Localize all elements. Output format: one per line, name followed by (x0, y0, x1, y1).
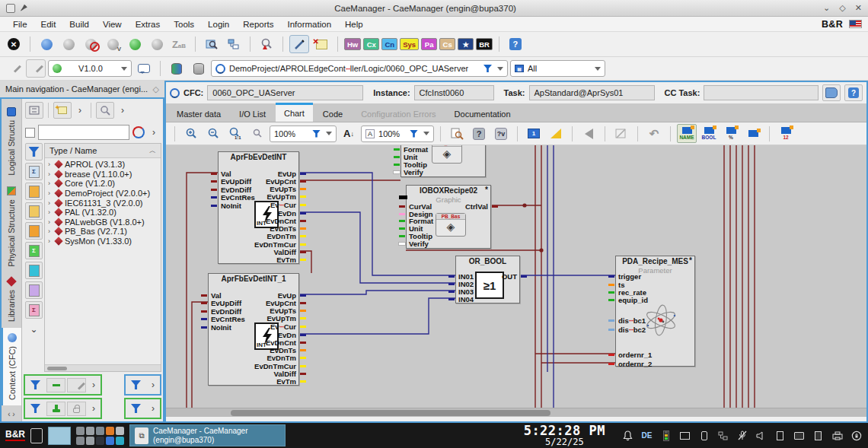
input-port-stub[interactable] (608, 329, 614, 331)
port-Verify[interactable]: Verify (404, 168, 423, 176)
output-port-stub[interactable] (300, 227, 306, 230)
menu-reports[interactable]: Reports (236, 20, 280, 29)
chevron-right-icon[interactable]: › (88, 400, 100, 417)
input-port-stub[interactable] (448, 291, 455, 293)
tree-item-palwebgb[interactable]: ›PALwebGB (V1.8.0+) (45, 218, 161, 227)
badge-pa[interactable]: Pa (421, 38, 437, 50)
palette-block-purple[interactable] (25, 281, 43, 299)
output-port-stub[interactable] (300, 357, 306, 359)
quick-launch-icon-3[interactable] (96, 427, 104, 435)
input-port-stub[interactable] (201, 302, 207, 304)
function-block-PDA_Recipe_MES[interactable]: PDA_Recipe_MESParameter*triggertsrec_rat… (615, 256, 695, 367)
tab-documentation[interactable]: Documentation (446, 106, 519, 122)
chevron-right-icon[interactable]: › (147, 400, 159, 417)
print-preview-button[interactable] (447, 125, 467, 143)
port-dis_bc2[interactable]: dis···bc2 (618, 326, 646, 334)
tree-item-demoproject[interactable]: ›DemoProject (V2.0.0+) (45, 189, 161, 199)
tab-code[interactable]: Code (314, 106, 351, 122)
quick-launch-icon-10[interactable] (116, 437, 124, 445)
port-EvUpDiff[interactable]: EvUpDiff (221, 177, 251, 186)
quick-launch-icon-2[interactable] (86, 427, 94, 435)
volume-icon[interactable] (755, 429, 767, 442)
remove-note-button[interactable]: ✕ (311, 35, 331, 53)
output-port-stub[interactable] (300, 180, 306, 183)
quick-launch-icon-8[interactable] (96, 437, 104, 445)
palette-block-orange2[interactable] (25, 202, 43, 220)
badge-hw[interactable]: Hw (344, 38, 361, 50)
port-CtrlVal[interactable]: CtrlVal (465, 202, 488, 211)
tab-logical-structure[interactable]: Logical Structu (2, 102, 21, 181)
input-port-stub[interactable] (448, 298, 455, 300)
cc-task-field[interactable] (704, 85, 819, 100)
search-history-icon[interactable] (132, 126, 145, 138)
port-OUT[interactable]: OUT (502, 272, 517, 281)
output-port-stub[interactable] (300, 243, 306, 246)
quick-launch-icon-7[interactable] (86, 437, 94, 445)
tree-item-aprol[interactable]: ›APROL (V3.1.3) (45, 160, 161, 170)
port-ordernr_1[interactable]: ordernr_1 (618, 351, 652, 359)
printer-icon[interactable] (831, 429, 844, 442)
menu-view[interactable]: View (96, 20, 129, 29)
input-port-stub[interactable] (211, 173, 217, 175)
port-ordernr_2[interactable]: ordernr_2 (618, 360, 652, 368)
build-all-button[interactable] (59, 35, 78, 53)
badge-cx[interactable]: Cx (363, 38, 379, 50)
tree-item-sysmon[interactable]: ›SysMon (V1.33.0) (45, 237, 161, 246)
output-port-stub[interactable] (300, 195, 306, 198)
keyboard-layout-indicator[interactable]: DE (640, 429, 653, 442)
input-port-stub[interactable] (608, 291, 614, 294)
port-EvUpTm[interactable]: EvUpTm (266, 314, 296, 322)
taskbar-task-caemanager[interactable]: ⧉ CaeManager - CaeManager (engin@bupa370… (129, 424, 286, 446)
quick-launch-icon-9[interactable] (106, 437, 114, 445)
output-port-stub[interactable] (300, 365, 306, 367)
output-port-stub[interactable] (300, 294, 306, 297)
sort-ascending-icon[interactable]: ︿ (149, 146, 156, 156)
canvas-horizontal-scrollbar[interactable] (166, 408, 866, 417)
notes-icon[interactable] (812, 429, 825, 442)
task-field[interactable]: ApStandard@AprSys01 (529, 85, 655, 100)
collapse-tree-button[interactable] (25, 102, 43, 119)
expander-icon[interactable]: › (48, 208, 53, 216)
menu-help[interactable]: Help (338, 20, 370, 29)
input-port-stub[interactable] (211, 189, 217, 191)
input-port-stub[interactable] (201, 310, 207, 313)
maximize-icon[interactable]: ◇ (839, 3, 845, 13)
notification-bell-icon[interactable] (621, 429, 634, 442)
expander-icon[interactable]: › (48, 199, 53, 207)
function-block-AprFbEvDetINT[interactable]: AprFbEvDetINTINTValEvUpDiffEvDnDiffEvCnt… (218, 151, 299, 264)
filter-funnel-button[interactable] (26, 402, 45, 416)
quick-launch-icon-6[interactable] (76, 437, 85, 445)
output-port-stub[interactable] (300, 212, 306, 214)
input-port-stub[interactable] (448, 283, 455, 285)
expander-icon[interactable]: › (48, 189, 53, 197)
edit-mode-button[interactable] (289, 35, 309, 53)
clipboard-icon[interactable] (774, 429, 787, 442)
output-port-stub[interactable] (300, 349, 306, 351)
comment-button[interactable] (134, 59, 154, 78)
quick-launch-icon-5[interactable] (116, 427, 124, 435)
filter-funnel-button[interactable] (126, 378, 145, 392)
database-active-button[interactable] (167, 59, 187, 78)
port-trigger[interactable]: trigger (618, 272, 641, 281)
input-port-stub[interactable] (608, 363, 614, 365)
help-button[interactable]: ? (506, 35, 525, 53)
version-select[interactable]: V1.0.0 (48, 60, 132, 77)
undo-button[interactable]: ↶ (644, 125, 664, 143)
badge-br[interactable]: BR (476, 38, 493, 50)
system-status-icon[interactable] (659, 429, 672, 442)
menu-build[interactable]: Build (62, 20, 96, 29)
quick-launch-icon-1[interactable] (76, 427, 85, 435)
show-bool-button[interactable]: BOOL (699, 124, 719, 143)
menu-file[interactable]: File (6, 20, 34, 29)
port-EvCntRes[interactable]: EvCntRes (221, 193, 255, 202)
input-port-stub[interactable] (399, 220, 405, 222)
input-port-stub[interactable] (399, 227, 405, 230)
new-note-button[interactable]: ✦ (53, 102, 72, 119)
function-block-AprFbEvDetINT_1[interactable]: AprFbEvDetINT_1INTValEvUpDiffEvDnDiffEvC… (208, 273, 299, 386)
help-variables-button[interactable]: ?v (491, 125, 511, 143)
port-Ev_Cur[interactable]: Ev···Cur (270, 322, 296, 331)
input-port-stub[interactable] (201, 326, 207, 329)
open-book-button[interactable] (822, 84, 841, 101)
find-in-project-button[interactable] (202, 35, 222, 53)
chevron-right-icon[interactable]: › (116, 102, 129, 119)
